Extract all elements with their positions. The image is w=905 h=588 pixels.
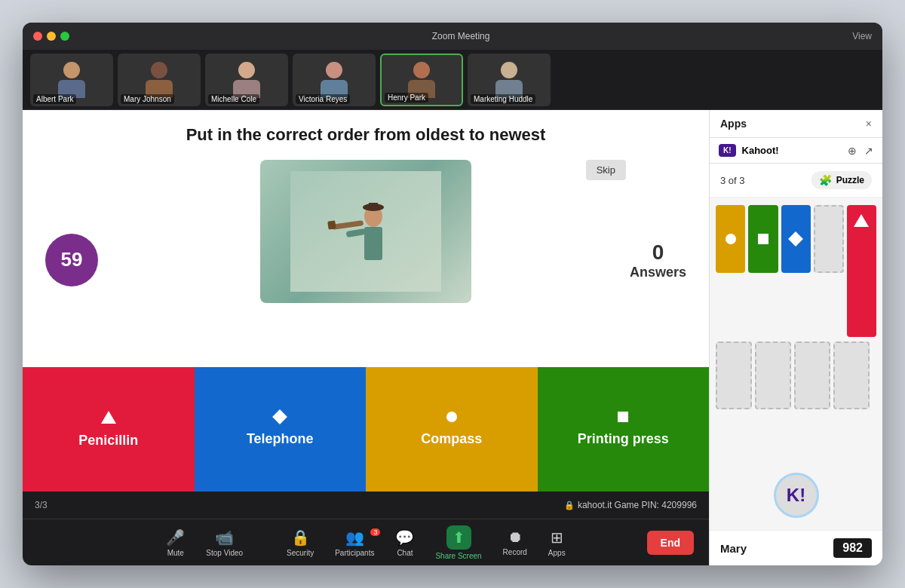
participant-thumb-active[interactable]: Henry Park — [380, 54, 463, 106]
window-title: Zoom Meeting — [69, 31, 852, 41]
puzzle-column-gold[interactable] — [716, 205, 745, 273]
close-traffic-light[interactable] — [33, 32, 42, 41]
chat-icon: 💬 — [395, 528, 414, 547]
square-icon — [758, 234, 768, 244]
answer-button-compass[interactable]: Compass — [366, 367, 538, 492]
participant-bar: Albert Park Mary Johnson Michelle Cole V… — [23, 50, 882, 110]
participants-count-badge: 3 — [370, 528, 380, 536]
apps-button[interactable]: ⊞ Apps — [538, 528, 576, 557]
maximize-traffic-light[interactable] — [60, 32, 69, 41]
apps-panel-title: Apps — [720, 118, 747, 130]
triangle-up-icon — [854, 214, 869, 227]
answer-label: Compass — [421, 431, 482, 447]
security-button[interactable]: 🔒 Security — [276, 528, 324, 557]
kahoot-toolbar: ⊕ ↗ — [848, 145, 873, 157]
k-logo-text: K! — [787, 485, 805, 506]
apps-icon: ⊞ — [551, 528, 563, 547]
puzzle-badge: 🧩 Puzzle — [811, 171, 872, 189]
security-icon: 🔒 — [291, 528, 310, 547]
external-link-icon[interactable]: ↗ — [864, 145, 873, 157]
game-pin-text: kahoot.it Game PIN: 4209996 — [578, 500, 697, 510]
participant-name: Albert Park — [33, 94, 76, 104]
view-button[interactable]: View — [852, 31, 872, 41]
quiz-area: Put in the correct order from oldest to … — [23, 110, 709, 367]
zoom-window: Zoom Meeting View Albert Park Mary Johns… — [23, 23, 882, 565]
apps-close-button[interactable]: × — [866, 118, 872, 130]
kahoot-app-name: Kahoot! — [742, 145, 842, 156]
answers-label: Answers — [630, 264, 686, 280]
lock-icon: 🔒 — [564, 501, 575, 510]
participant-thumb[interactable]: Albert Park — [30, 54, 113, 106]
mute-label: Mute — [167, 549, 184, 557]
progress-indicator: 3/3 — [35, 500, 48, 510]
answers-info: 0 Answers — [630, 240, 686, 280]
participant-thumb[interactable]: Victoria Reyes — [293, 54, 376, 106]
puzzle-icon: 🧩 — [819, 174, 832, 186]
puzzle-count: 3 of 3 — [720, 175, 745, 186]
kahoot-k-area: K! — [710, 461, 882, 530]
participants-icon: 👥 — [345, 528, 364, 547]
participant-name: Mary Johnson — [121, 94, 174, 104]
answer-label: Penicillin — [78, 433, 138, 449]
puzzle-slot-empty[interactable] — [814, 205, 844, 273]
mute-icon: 🎤 — [166, 528, 185, 547]
video-button[interactable]: 📹 Stop Video — [195, 528, 253, 557]
main-area: Put in the correct order from oldest to … — [23, 110, 882, 565]
zoom-content: Put in the correct order from oldest to … — [23, 110, 709, 565]
end-button[interactable]: End — [647, 531, 694, 555]
answer-label: Telephone — [247, 431, 314, 447]
participant-name: Henry Park — [385, 93, 428, 103]
score-bar: Mary 982 — [710, 530, 882, 565]
diamond-icon — [272, 409, 287, 424]
share-screen-icon: ⬆ — [452, 529, 465, 546]
record-icon: ⏺ — [508, 528, 523, 546]
share-screen-button[interactable]: ⬆ Share Screen — [425, 525, 492, 560]
quiz-timer: 59 — [45, 234, 98, 286]
participants-label: Participants — [335, 549, 374, 557]
bottom-info-bar: 3/3 🔒 kahoot.it Game PIN: 4209996 — [23, 492, 709, 519]
answer-button-telephone[interactable]: Telephone — [195, 367, 367, 492]
answer-button-penicillin[interactable]: Penicillin — [23, 367, 195, 492]
zoom-toolbar: 🎤 Mute 📹 Stop Video 🔒 Security 👥 Partici… — [23, 519, 709, 565]
puzzle-slot-empty[interactable] — [794, 341, 830, 409]
apps-panel: Apps × K! Kahoot! ⊕ ↗ 3 of 3 🧩 Puzzle — [709, 110, 882, 565]
participant-name: Michelle Cole — [208, 94, 259, 104]
answer-button-printing-press[interactable]: Printing press — [538, 367, 710, 492]
puzzle-column-blue[interactable] — [781, 205, 811, 273]
traffic-lights — [33, 32, 69, 41]
participants-button[interactable]: 👥 Participants 3 — [324, 528, 385, 557]
kahoot-k-button[interactable]: K! — [774, 473, 819, 518]
score-player-name: Mary — [720, 542, 747, 555]
answer-grid: Penicillin Telephone Compass Printing pr… — [23, 367, 709, 492]
mute-button[interactable]: 🎤 Mute — [155, 528, 195, 557]
record-button[interactable]: ⏺ Record — [492, 528, 538, 556]
skip-button[interactable]: Skip — [586, 160, 626, 180]
quiz-illustration — [290, 171, 441, 292]
participant-thumb[interactable]: Marketing Huddle — [468, 54, 551, 106]
circle-icon — [726, 234, 736, 244]
title-bar: Zoom Meeting View — [23, 23, 882, 50]
participant-thumb[interactable]: Michelle Cole — [205, 54, 288, 106]
answers-count: 0 — [630, 240, 686, 264]
filter-icon[interactable]: ⊕ — [848, 145, 857, 157]
answer-label: Printing press — [578, 431, 669, 447]
svg-rect-4 — [364, 227, 382, 260]
score-value: 982 — [833, 538, 872, 558]
share-screen-label: Share Screen — [435, 552, 481, 560]
chat-button[interactable]: 💬 Chat — [385, 528, 425, 557]
quiz-media-row: 59 Skip — [45, 160, 686, 360]
puzzle-slot-empty[interactable] — [716, 341, 752, 409]
puzzle-column-red[interactable] — [847, 205, 876, 337]
puzzle-slot-empty[interactable] — [833, 341, 870, 409]
game-pin-info: 🔒 kahoot.it Game PIN: 4209996 — [564, 500, 697, 510]
puzzle-header: 3 of 3 🧩 Puzzle — [710, 164, 882, 198]
square-icon — [618, 412, 628, 422]
diamond-icon — [788, 231, 803, 247]
participant-thumb[interactable]: Mary Johnson — [118, 54, 201, 106]
puzzle-slot-empty[interactable] — [755, 341, 791, 409]
kahoot-logo: K! — [719, 144, 736, 157]
puzzle-label: Puzzle — [836, 175, 864, 185]
puzzle-column-green[interactable] — [748, 205, 778, 273]
minimize-traffic-light[interactable] — [47, 32, 56, 41]
quiz-image — [260, 160, 471, 303]
